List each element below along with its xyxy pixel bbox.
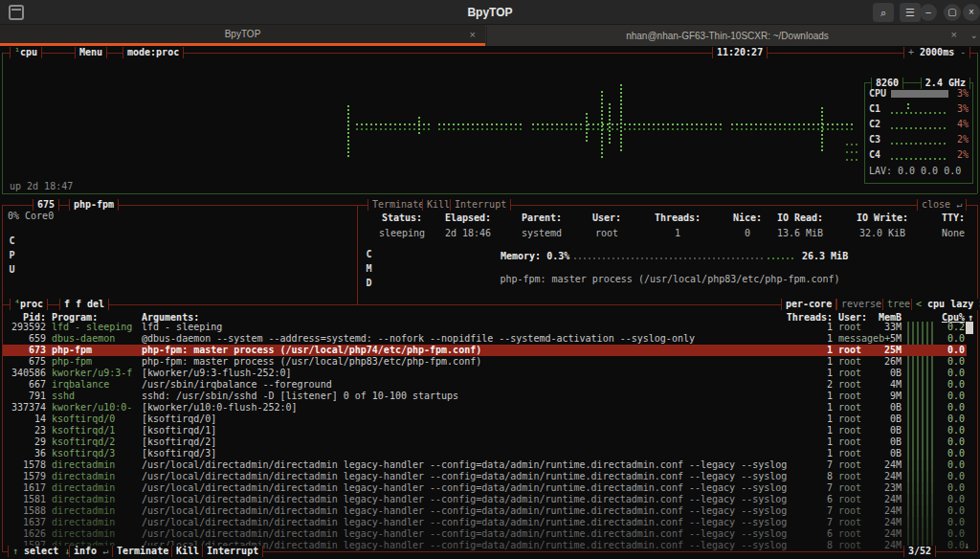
process-row[interactable]: 293592lfd - sleepinglfd - sleeping1root3… <box>3 322 973 333</box>
process-row[interactable]: 1626directadmin/usr/local/directadmin/di… <box>3 528 973 540</box>
process-program: kworker/u10:0- <box>52 402 142 414</box>
process-memory: 0B <box>865 402 902 414</box>
chevron-down-icon[interactable]: ⌄ <box>970 30 978 40</box>
hamburger-menu-icon[interactable]: ☰ <box>900 3 921 22</box>
cpu-graph-band <box>624 128 724 130</box>
process-row[interactable]: 14ksoftirqd/0[ksoftirqd/0]1root0B0.0 <box>3 414 973 425</box>
interrupt-button[interactable]: Interrupt <box>450 199 511 211</box>
info-button[interactable]: info ↵ <box>69 546 113 557</box>
process-row[interactable]: 659dbus-daemon@dbus-daemon --system --ad… <box>3 333 973 345</box>
core-percent: 4% <box>957 117 969 132</box>
scrollbar-thumb[interactable] <box>966 322 973 334</box>
process-program: directadmin <box>52 517 142 528</box>
process-threads: 8 <box>802 540 833 551</box>
scroll-down-icon[interactable]: ↓ <box>964 540 969 550</box>
process-row[interactable]: 667irqbalance/usr/sbin/irqbalance --fore… <box>3 379 973 391</box>
process-row[interactable]: 1579directadmin/usr/local/directadmin/di… <box>3 471 973 482</box>
process-arguments: [ksoftirqd/0] <box>142 414 802 425</box>
maximize-button[interactable]: ▢ <box>944 4 961 21</box>
proc-box-title: ⁴proc <box>10 299 48 310</box>
detail-close-button[interactable]: close ↵ <box>917 199 967 211</box>
core-minigraph <box>891 158 947 160</box>
interval-plus-button[interactable]: + <box>908 47 914 57</box>
per-core-toggle[interactable]: per-core <box>781 299 836 310</box>
cpu-graph-band <box>624 123 724 125</box>
process-arguments: /usr/local/directadmin/directadmin legac… <box>142 482 802 494</box>
process-arguments: [kworker/u10:0-flush-252:0] <box>142 402 802 414</box>
process-row[interactable]: 791sshdsshd: /usr/sbin/sshd -D [listener… <box>3 391 973 402</box>
process-row[interactable]: 1578directadmin/usr/local/directadmin/di… <box>3 459 973 471</box>
process-row[interactable]: 675php-fpmphp-fpm: master process (/usr/… <box>3 356 973 368</box>
process-arguments: php-fpm: master process (/usr/local/php7… <box>142 345 802 356</box>
process-pid: 1581 <box>8 494 46 505</box>
process-program: ksoftirqd/2 <box>52 436 142 448</box>
menu-button[interactable]: Menu <box>75 47 107 58</box>
process-row[interactable]: 23ksoftirqd/1[ksoftirqd/1]1root0B0.0 <box>3 425 973 436</box>
process-arguments: /usr/local/directadmin/directadmin legac… <box>142 494 802 505</box>
tab-label: nhan@nhan-GF63-Thin-10SCXR: ~/Downloads <box>626 31 829 41</box>
core-label: C3 <box>869 132 880 147</box>
process-program: dbus-daemon <box>52 333 142 345</box>
search-icon[interactable]: ⌕ <box>873 3 894 22</box>
tab-label: BpyTOP <box>225 29 261 39</box>
process-arguments: sshd: /usr/sbin/sshd -D [listener] 0 of … <box>142 391 802 402</box>
filter-control[interactable]: f f del <box>59 299 109 310</box>
reverse-toggle[interactable]: reverse <box>836 299 886 310</box>
close-button[interactable]: × <box>963 4 980 21</box>
sort-selector[interactable]: < cpu lazy > <box>911 299 980 310</box>
core-minigraph <box>891 112 947 114</box>
core-percent: 2% <box>957 147 969 163</box>
process-arguments: [ksoftirqd/3] <box>142 448 802 459</box>
process-cpu-percent: 0.0 <box>932 517 965 528</box>
core-row: CPU3% <box>865 86 972 101</box>
process-arguments: /usr/local/directadmin/directadmin legac… <box>142 528 802 540</box>
minimize-button[interactable]: – <box>920 4 937 21</box>
process-row[interactable]: 340586kworker/u9:3-f[kworker/u9:3-flush-… <box>3 368 973 379</box>
tab-close-icon[interactable]: × <box>470 29 476 40</box>
select-hint[interactable]: ↑ select ↓ <box>8 546 75 557</box>
process-row[interactable]: 36ksoftirqd/3[ksoftirqd/3]1root0B0.0 <box>3 448 973 459</box>
process-threads: 1 <box>802 333 833 345</box>
process-row[interactable]: 337374kworker/u10:0-[kworker/u10:0-flush… <box>3 402 973 414</box>
update-interval-control[interactable]: + 2000ms - <box>903 47 970 58</box>
process-memory: 25M <box>865 345 902 356</box>
tab-downloads[interactable]: nhan@nhan-GF63-Thin-10SCXR: ~/Downloads … <box>488 25 967 46</box>
cpu-graph-band <box>846 144 859 145</box>
terminate-footer-button[interactable]: Terminate <box>112 546 173 557</box>
process-pid: 1617 <box>8 482 46 494</box>
process-cpu-percent: 0.0 <box>932 459 965 471</box>
process-row[interactable]: 29ksoftirqd/2[ksoftirqd/2]1root0B0.0 <box>3 436 973 448</box>
process-program: ksoftirqd/3 <box>52 448 142 459</box>
process-threads: 7 <box>802 517 833 528</box>
process-pid: 1588 <box>8 505 46 517</box>
terminate-button[interactable]: Terminate <box>368 199 429 211</box>
mode-toggle[interactable]: mode:proc <box>122 47 184 58</box>
process-row[interactable]: 1637directadmin/usr/local/directadmin/di… <box>3 517 973 528</box>
uptime: up 2d 18:47 <box>10 181 73 191</box>
process-memory: 5M <box>865 333 902 345</box>
tab-bpytop[interactable]: BpyTOP × <box>0 25 485 46</box>
tree-toggle[interactable]: tree <box>882 299 915 310</box>
process-row[interactable]: 1617directadmin/usr/local/directadmin/di… <box>3 482 973 494</box>
process-row[interactable]: 673php-fpmphp-fpm: master process (/usr/… <box>3 345 967 356</box>
process-threads: 1 <box>802 402 833 414</box>
cpu-box-border <box>977 53 978 193</box>
stat-label: TTY: <box>910 211 980 226</box>
process-arguments: /usr/local/directadmin/directadmin legac… <box>142 505 802 517</box>
interval-minus-button[interactable]: - <box>960 47 966 57</box>
process-threads: 1 <box>802 368 833 379</box>
process-row[interactable]: 1581directadmin/usr/local/directadmin/di… <box>3 494 973 505</box>
kill-footer-button[interactable]: Kill <box>171 546 204 557</box>
stat-value: 13.6 MiB <box>757 226 843 241</box>
interrupt-footer-button[interactable]: Interrupt <box>202 546 263 557</box>
cpu-graph-spike <box>609 103 611 145</box>
process-row[interactable]: 1588directadmin/usr/local/directadmin/di… <box>3 505 973 517</box>
process-program: directadmin <box>52 459 142 471</box>
process-pid: 29 <box>8 436 46 448</box>
tab-close-icon[interactable]: × <box>951 29 957 40</box>
process-threads: 1 <box>802 414 833 425</box>
sort-prev-button[interactable]: < <box>916 299 922 309</box>
selection-position: 3/52 <box>903 546 936 557</box>
tab-bar: BpyTOP × nhan@nhan-GF63-Thin-10SCXR: ~/D… <box>0 25 980 46</box>
process-arguments: /usr/local/directadmin/directadmin legac… <box>142 517 802 528</box>
